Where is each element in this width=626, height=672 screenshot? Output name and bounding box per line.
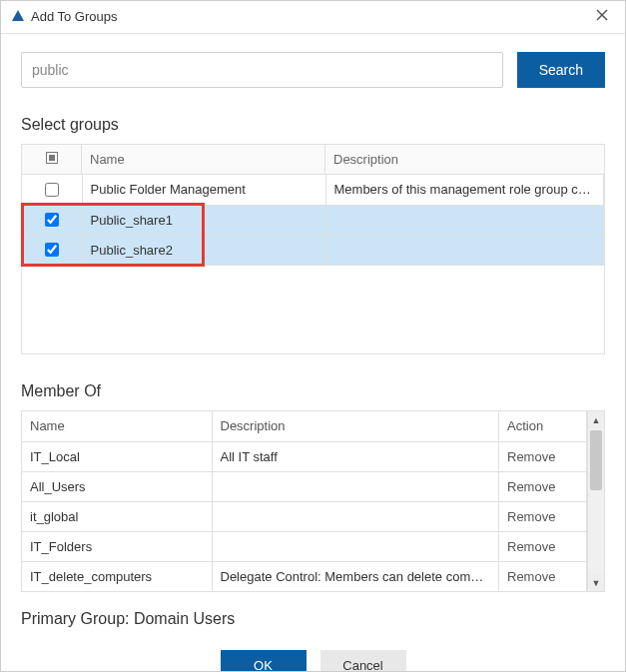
row-description <box>325 235 604 265</box>
svg-marker-0 <box>12 10 24 21</box>
search-row: Search <box>21 52 605 88</box>
remove-action[interactable]: Remove <box>499 531 587 561</box>
dialog-titlebar: Add To Groups <box>1 1 625 34</box>
member-of-title: Member Of <box>21 382 605 400</box>
table-row: IT_delete_computersDelegate Control: Mem… <box>22 561 587 591</box>
row-name: All_Users <box>22 471 212 501</box>
primary-group-label: Primary Group: Domain Users <box>21 610 605 628</box>
table-row[interactable]: Public Folder ManagementMembers of this … <box>22 175 604 205</box>
scroll-up-icon[interactable]: ▲ <box>588 411 604 428</box>
row-name: Public_share1 <box>82 205 325 235</box>
vertical-scrollbar[interactable]: ▲ ▼ <box>587 411 604 591</box>
row-checkbox-cell <box>22 205 82 235</box>
row-description <box>325 205 604 235</box>
table-row: IT_FoldersRemove <box>22 531 587 561</box>
scroll-thumb[interactable] <box>590 430 602 490</box>
table-row[interactable]: Public_share2 <box>22 235 604 265</box>
remove-action[interactable]: Remove <box>499 501 587 531</box>
cancel-button[interactable]: Cancel <box>320 650 406 672</box>
app-logo-icon <box>11 9 25 23</box>
close-icon[interactable] <box>589 7 615 25</box>
row-description <box>212 531 499 561</box>
table-row: it_globalRemove <box>22 501 587 531</box>
scroll-down-icon[interactable]: ▼ <box>588 574 604 591</box>
row-description <box>212 501 499 531</box>
row-checkbox-cell <box>22 175 82 205</box>
select-groups-title: Select groups <box>21 116 605 134</box>
table-header-row: Name Description <box>22 145 605 175</box>
row-name: IT_delete_computers <box>22 561 212 591</box>
remove-action[interactable]: Remove <box>499 561 587 591</box>
row-checkbox[interactable] <box>45 213 59 227</box>
row-description: Members of this management role group ca… <box>325 175 604 205</box>
member-of-table: Name Description Action IT_LocalAll IT s… <box>21 410 605 592</box>
row-description <box>212 471 499 501</box>
row-description: Delegate Control: Members can delete com… <box>212 561 499 591</box>
col-desc-header: Description <box>212 411 499 441</box>
remove-action[interactable]: Remove <box>499 441 587 471</box>
row-name: IT_Local <box>22 441 212 471</box>
remove-action[interactable]: Remove <box>499 471 587 501</box>
dialog-footer: OK Cancel <box>21 650 605 672</box>
col-name-header: Name <box>22 411 212 441</box>
table-row: All_UsersRemove <box>22 471 587 501</box>
select-all-header[interactable] <box>22 145 82 175</box>
row-name: it_global <box>22 501 212 531</box>
table-row[interactable]: Public_share1 <box>22 205 604 235</box>
scroll-track[interactable] <box>588 428 604 574</box>
col-desc-header: Description <box>325 145 605 175</box>
search-button[interactable]: Search <box>517 52 605 88</box>
col-action-header: Action <box>499 411 587 441</box>
col-name-header: Name <box>82 145 325 175</box>
table-row: IT_LocalAll IT staffRemove <box>22 441 587 471</box>
indeterminate-icon <box>46 152 58 164</box>
row-checkbox[interactable] <box>45 183 59 197</box>
dialog-body: Search Select groups Name Description Pu… <box>1 34 625 672</box>
row-checkbox-cell <box>22 235 82 265</box>
row-name: Public Folder Management <box>82 175 325 205</box>
row-name: IT_Folders <box>22 531 212 561</box>
table-header-row: Name Description Action <box>22 411 587 441</box>
row-description: All IT staff <box>212 441 499 471</box>
row-name: Public_share2 <box>82 235 325 265</box>
ok-button[interactable]: OK <box>221 650 307 672</box>
search-input[interactable] <box>21 52 503 88</box>
row-checkbox[interactable] <box>45 243 59 257</box>
dialog-title: Add To Groups <box>31 9 589 24</box>
select-groups-table: Name Description Public Folder Managemen… <box>21 144 605 354</box>
